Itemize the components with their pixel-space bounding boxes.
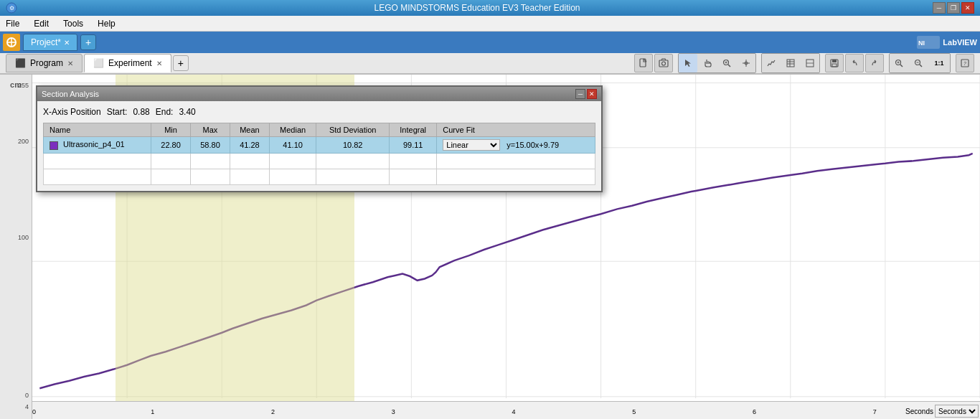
sa-table: Name Min Max Mean Median Std Deviation I… xyxy=(43,123,595,185)
tb-new[interactable] xyxy=(634,54,653,72)
empty-cell xyxy=(437,154,595,169)
svg-text:⚙: ⚙ xyxy=(9,5,14,11)
tb-zoom-out[interactable] xyxy=(909,54,928,72)
tb-camera[interactable] xyxy=(654,54,673,72)
empty-cell xyxy=(191,154,230,169)
svg-rect-19 xyxy=(787,60,794,67)
add-sub-tab[interactable]: + xyxy=(173,55,189,71)
svg-point-10 xyxy=(662,62,666,65)
title-text: LEGO MINDSTORMS Education EV3 Teacher Ed… xyxy=(22,3,933,13)
tab-program-label: Program xyxy=(30,58,63,68)
tb-chart2[interactable] xyxy=(801,54,819,72)
tb-undo[interactable] xyxy=(845,54,864,72)
project-icon xyxy=(3,34,20,51)
cell-min: 22.80 xyxy=(151,137,191,154)
svg-line-29 xyxy=(900,65,903,67)
empty-cell xyxy=(390,169,437,185)
toolbar-right: 1:1 ? xyxy=(634,53,974,73)
menu-edit[interactable]: Edit xyxy=(31,17,52,30)
table-row-empty-2 xyxy=(44,169,595,185)
project-tab-close[interactable]: ✕ xyxy=(64,39,70,47)
dialog-titlebar[interactable]: Section Analysis ─ ✕ xyxy=(37,87,601,101)
x-tick-4: 4 xyxy=(512,408,516,415)
table-row[interactable]: Ultrasonic_p4_01 22.80 58.80 41.28 41.10… xyxy=(44,137,595,154)
empty-cell xyxy=(230,154,269,169)
x-tick-5: 5 xyxy=(632,408,636,415)
col-max: Max xyxy=(191,123,230,137)
dialog-title: Section Analysis xyxy=(42,90,575,98)
curve-fit-select[interactable]: Linear Quadratic Exponential xyxy=(443,139,500,151)
tb-cursor[interactable] xyxy=(679,54,697,72)
app-icon: ⚙ xyxy=(6,2,17,14)
curve-equation: y=15.00x+9.79 xyxy=(507,141,559,149)
tb-view-group xyxy=(761,53,820,73)
tb-crosshair[interactable] xyxy=(737,54,755,72)
tab-experiment-label: Experiment xyxy=(108,58,152,68)
add-project-tab[interactable]: + xyxy=(80,34,96,50)
svg-rect-9 xyxy=(659,60,668,67)
menu-help[interactable]: Help xyxy=(95,17,118,30)
tb-save[interactable] xyxy=(825,54,844,72)
y-tick-100: 100 xyxy=(18,234,29,241)
y-axis: cm 255 200 100 0 4 xyxy=(0,75,32,419)
svg-line-13 xyxy=(728,65,730,67)
y-tick-0: 0 xyxy=(25,392,29,399)
seconds-dropdown[interactable]: Seconds Minutes xyxy=(935,405,979,418)
cell-median: 41.10 xyxy=(269,137,316,154)
tb-help[interactable]: ? xyxy=(956,54,974,72)
svg-line-33 xyxy=(920,65,922,67)
x-tick-0: 0 xyxy=(32,408,36,415)
minimize-button[interactable]: ─ xyxy=(933,2,946,14)
tb-zoom-group: 1:1 xyxy=(889,53,951,73)
project-tab[interactable]: Project* ✕ xyxy=(23,34,77,51)
window-controls: ─ ❐ ✕ xyxy=(933,2,974,14)
empty-cell xyxy=(316,169,390,185)
section-analysis-dialog: Section Analysis ─ ✕ X-Axis Position Sta… xyxy=(36,85,603,192)
tb-hand[interactable] xyxy=(698,54,717,72)
tb-graph[interactable] xyxy=(762,54,781,72)
empty-cell xyxy=(316,154,390,169)
menu-file[interactable]: File xyxy=(3,17,22,30)
dialog-close[interactable]: ✕ xyxy=(587,89,597,99)
x-tick-2: 2 xyxy=(271,408,275,415)
project-bar: Project* ✕ + NI LabVIEW xyxy=(0,32,980,53)
y-tick-4: 4 xyxy=(25,403,29,410)
menu-tools[interactable]: Tools xyxy=(60,17,86,30)
project-tab-label: Project* xyxy=(31,37,61,47)
tb-zoom-fit[interactable]: 1:1 xyxy=(928,54,950,72)
restore-button[interactable]: ❐ xyxy=(947,2,960,14)
x-tick-1: 1 xyxy=(151,408,154,415)
tab-experiment-icon: ⬜ xyxy=(93,58,104,68)
tab-experiment[interactable]: ⬜ Experiment ✕ xyxy=(84,54,171,72)
empty-cell xyxy=(44,154,151,169)
tb-table[interactable] xyxy=(781,54,800,72)
title-bar: ⚙ LEGO MINDSTORMS Education EV3 Teacher … xyxy=(0,0,980,16)
tab-program-icon: ⬛ xyxy=(15,58,26,68)
tab-program-close[interactable]: ✕ xyxy=(67,60,73,67)
x-tick-3: 3 xyxy=(392,408,395,415)
tab-program[interactable]: ⬛ Program ✕ xyxy=(6,54,83,72)
col-integral: Integral xyxy=(390,123,437,137)
col-name: Name xyxy=(44,123,151,137)
empty-cell xyxy=(191,169,230,185)
y-tick-200: 200 xyxy=(18,138,29,145)
svg-marker-11 xyxy=(685,60,691,67)
dialog-body: X-Axis Position Start: 0.88 End: 3.40 Na… xyxy=(37,101,601,191)
x-tick-7: 7 xyxy=(873,408,877,415)
xaxis-start-value: 0.88 xyxy=(133,107,149,117)
close-button[interactable]: ✕ xyxy=(961,2,974,14)
xaxis-label: X-Axis Position xyxy=(43,107,101,117)
tab-experiment-close[interactable]: ✕ xyxy=(156,60,162,67)
empty-cell xyxy=(230,169,269,185)
cell-name: Ultrasonic_p4_01 xyxy=(44,137,151,154)
main-content: cm 255 200 100 0 4 xyxy=(0,75,980,419)
empty-cell xyxy=(44,169,151,185)
tb-zoom[interactable] xyxy=(717,54,736,72)
dialog-minimize[interactable]: ─ xyxy=(575,89,585,99)
tb-zoom-in[interactable] xyxy=(890,54,908,72)
color-swatch xyxy=(50,141,58,150)
col-stddev: Std Deviation xyxy=(316,123,390,137)
empty-cell xyxy=(269,169,316,185)
tb-redo[interactable] xyxy=(865,54,884,72)
sub-tab-bar: ⬛ Program ✕ ⬜ Experiment ✕ + xyxy=(0,53,980,75)
